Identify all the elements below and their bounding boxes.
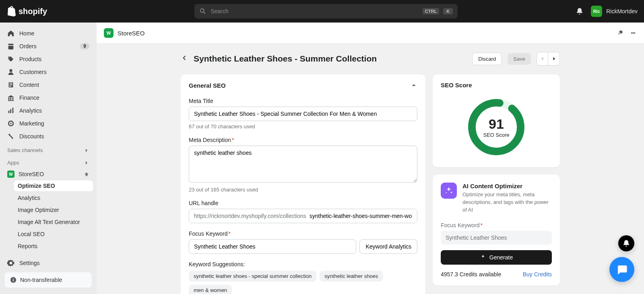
discounts-icon [7, 133, 14, 140]
keyword-analytics-button[interactable]: Keyword Analytics [359, 239, 417, 254]
storeseo-icon: W [104, 28, 114, 38]
arrow-left-icon [181, 54, 188, 62]
ai-title: AI Content Optimizer [462, 183, 552, 189]
home-icon [7, 30, 14, 37]
sales-channels-section[interactable]: Sales channels [3, 143, 93, 156]
title-row: Synthetic Leather Shoes - Summer Collect… [181, 52, 560, 66]
page-title: Synthetic Leather Shoes - Summer Collect… [194, 54, 466, 64]
nav-analytics[interactable]: Analytics [3, 105, 93, 117]
fab-chat[interactable] [609, 257, 634, 282]
keyword-suggestions-label: Keyword Suggestions: [189, 261, 417, 267]
nav-products[interactable]: Products [3, 53, 93, 65]
nav-orders[interactable]: Orders 9 [3, 40, 93, 52]
general-seo-heading: General SEO [189, 82, 226, 89]
user-menu[interactable]: Ric RickMortdev [591, 6, 638, 17]
username: RickMortdev [606, 8, 638, 14]
url-prefix: https://rickmortdev.myshopify.com/collec… [189, 209, 310, 223]
customers-icon [7, 68, 14, 76]
notifications-icon[interactable] [576, 7, 584, 15]
generate-button[interactable]: Generate [441, 250, 552, 265]
marketing-icon [7, 120, 14, 127]
kbd-ctrl: CTRL [423, 8, 439, 14]
suggestion-chip[interactable]: synthetic leather shoes - special summer… [189, 271, 316, 282]
sidebar-sub-image-optimizer[interactable]: Image Optimizer [14, 204, 93, 216]
app-header-title: StoreSEO [118, 30, 145, 37]
nav-finance[interactable]: Finance [3, 92, 93, 104]
seo-score-value: 91 [489, 116, 504, 132]
meta-description-label: Meta Description* [189, 137, 417, 143]
app-header: W StoreSEO [97, 23, 644, 44]
credits-available: 4957.3 Credits available [441, 271, 501, 278]
general-seo-card: General SEO Meta Title 67 out of 70 char… [181, 74, 425, 294]
meta-title-input[interactable] [189, 107, 417, 121]
save-button[interactable]: Save [508, 53, 531, 65]
sidebar-sub-local-seo[interactable]: Local SEO [14, 228, 93, 240]
shopify-bag-icon [6, 6, 16, 16]
orders-icon [7, 43, 14, 50]
orders-badge: 9 [80, 43, 89, 49]
main: W StoreSEO Synthetic Leather Shoes - Sum… [97, 23, 644, 294]
seo-score-label: SEO Score [483, 132, 509, 138]
apps-section[interactable]: Apps [3, 156, 93, 168]
finance-icon [7, 94, 14, 101]
storeseo-icon: W [7, 171, 14, 178]
nav-discounts[interactable]: Discounts [3, 130, 93, 142]
kbd-k: K [443, 8, 453, 14]
nav-settings[interactable]: Settings [3, 257, 93, 269]
ai-sparkle-icon [441, 183, 457, 199]
seo-score-card: SEO Score 91 SEO Score [433, 74, 560, 167]
url-handle-input[interactable] [310, 209, 417, 223]
ai-description: Optimize your meta titles, meta descript… [462, 191, 552, 214]
pin-icon[interactable] [84, 171, 89, 177]
pager [537, 52, 560, 66]
chevron-right-icon [84, 148, 89, 153]
url-handle-group: https://rickmortdev.myshopify.com/collec… [189, 209, 417, 223]
sidebar-sub-image-alt-text-generator[interactable]: Image Alt Text Generator [14, 216, 93, 228]
sparkle-icon [480, 254, 486, 261]
meta-description-helper: 23 out of 165 characters used [189, 187, 417, 193]
global-search[interactable]: Search CTRL K [194, 4, 458, 19]
suggestion-chip[interactable]: men & women [189, 285, 232, 294]
meta-description-input[interactable] [189, 146, 417, 183]
avatar: Ric [591, 6, 602, 17]
meta-title-helper: 67 out of 70 characters used [189, 123, 417, 130]
nav-customers[interactable]: Customers [3, 66, 93, 78]
ai-focus-keyword-label: Focus Keyword* [441, 222, 552, 228]
suggestion-chip[interactable]: synthetic leather shoes [320, 271, 383, 282]
pin-icon[interactable] [617, 29, 624, 37]
ai-focus-keyword-pill[interactable]: Synthetic Leather Shoes [441, 231, 552, 245]
buy-credits-link[interactable]: Buy Credits [523, 271, 552, 278]
topbar: shopify Search CTRL K Ric RickMortdev [0, 0, 644, 23]
products-icon [7, 56, 14, 63]
url-handle-label: URL handle [189, 200, 417, 206]
ai-content-optimizer-card: AI Content Optimizer Optimize your meta … [433, 175, 560, 286]
shopify-logo[interactable]: shopify [6, 6, 47, 16]
non-transferable-banner: Non-transferable [5, 272, 92, 288]
sidebar-sub-analytics[interactable]: Analytics [14, 192, 93, 204]
collapse-icon[interactable] [410, 82, 417, 89]
seo-score-ring: 91 SEO Score [467, 98, 525, 156]
sidebar-sub-optimize-seo[interactable]: Optimize SEO [14, 180, 93, 191]
focus-keyword-label: Focus Keyword* [189, 230, 417, 237]
nav-content[interactable]: Content [3, 79, 93, 91]
search-placeholder: Search [211, 8, 419, 14]
next-button[interactable] [548, 52, 559, 65]
more-icon[interactable] [630, 29, 637, 37]
discard-button[interactable]: Discard [472, 53, 502, 65]
sidebar-app-storeseo[interactable]: W StoreSEO [3, 168, 93, 180]
prev-button[interactable] [537, 52, 548, 65]
info-icon [10, 276, 17, 284]
back-button[interactable] [181, 54, 188, 63]
search-icon [199, 8, 206, 15]
chevron-right-icon [84, 160, 89, 166]
sidebar: Home Orders 9 Products Customers Content… [0, 23, 97, 294]
fab-notifications[interactable] [618, 235, 634, 251]
gear-icon [7, 259, 14, 267]
focus-keyword-input[interactable] [189, 239, 356, 254]
bell-icon [622, 239, 630, 247]
nav-home[interactable]: Home [3, 27, 93, 39]
meta-title-label: Meta Title [189, 98, 417, 104]
nav-marketing[interactable]: Marketing [3, 117, 93, 130]
sidebar-sub-reports[interactable]: Reports [14, 241, 93, 252]
content-icon [7, 81, 14, 88]
